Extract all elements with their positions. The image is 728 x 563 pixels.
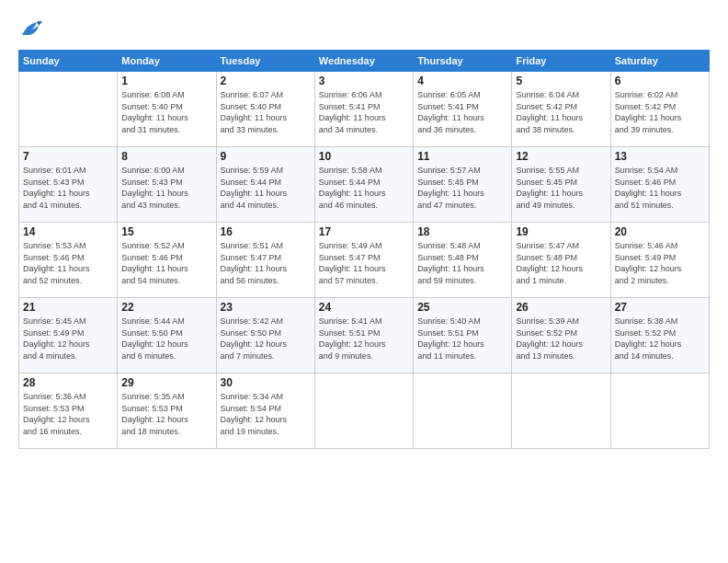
day-info: Sunrise: 5:42 AM Sunset: 5:50 PM Dayligh… (221, 316, 311, 362)
day-info: Sunrise: 5:34 AM Sunset: 5:54 PM Dayligh… (221, 391, 311, 437)
day-info: Sunrise: 5:59 AM Sunset: 5:44 PM Dayligh… (221, 165, 311, 211)
calendar-cell: 30Sunrise: 5:34 AM Sunset: 5:54 PM Dayli… (216, 373, 314, 449)
day-number: 30 (221, 376, 311, 389)
day-info: Sunrise: 5:54 AM Sunset: 5:46 PM Dayligh… (615, 165, 705, 211)
calendar-cell: 13Sunrise: 5:54 AM Sunset: 5:46 PM Dayli… (610, 147, 709, 223)
calendar-cell: 7Sunrise: 6:01 AM Sunset: 5:43 PM Daylig… (19, 147, 118, 223)
calendar-week-4: 21Sunrise: 5:45 AM Sunset: 5:49 PM Dayli… (19, 298, 710, 373)
calendar-cell: 2Sunrise: 6:07 AM Sunset: 5:40 PM Daylig… (216, 72, 314, 147)
calendar-cell (19, 72, 118, 147)
calendar-cell: 3Sunrise: 6:06 AM Sunset: 5:41 PM Daylig… (314, 72, 413, 147)
day-info: Sunrise: 5:53 AM Sunset: 5:46 PM Dayligh… (23, 240, 113, 286)
day-number: 11 (417, 150, 507, 163)
calendar-cell: 21Sunrise: 5:45 AM Sunset: 5:49 PM Dayli… (19, 298, 118, 373)
day-info: Sunrise: 5:38 AM Sunset: 5:52 PM Dayligh… (615, 316, 705, 362)
day-info: Sunrise: 6:04 AM Sunset: 5:42 PM Dayligh… (516, 89, 606, 135)
calendar-cell: 1Sunrise: 6:08 AM Sunset: 5:40 PM Daylig… (118, 72, 216, 147)
day-number: 12 (516, 150, 606, 163)
day-number: 5 (516, 75, 606, 87)
day-info: Sunrise: 5:41 AM Sunset: 5:51 PM Dayligh… (319, 316, 409, 362)
day-info: Sunrise: 6:05 AM Sunset: 5:41 PM Dayligh… (417, 89, 507, 135)
calendar-week-2: 7Sunrise: 6:01 AM Sunset: 5:43 PM Daylig… (19, 147, 710, 223)
day-number: 7 (23, 150, 113, 163)
calendar-cell: 5Sunrise: 6:04 AM Sunset: 5:42 PM Daylig… (512, 72, 610, 147)
calendar-cell: 11Sunrise: 5:57 AM Sunset: 5:45 PM Dayli… (414, 147, 512, 223)
day-number: 9 (221, 150, 311, 163)
day-number: 28 (23, 376, 113, 389)
calendar-cell: 26Sunrise: 5:39 AM Sunset: 5:52 PM Dayli… (512, 298, 610, 373)
day-number: 25 (417, 301, 507, 314)
calendar-cell: 24Sunrise: 5:41 AM Sunset: 5:51 PM Dayli… (314, 298, 413, 373)
calendar-cell: 17Sunrise: 5:49 AM Sunset: 5:47 PM Dayli… (314, 223, 413, 298)
day-info: Sunrise: 6:02 AM Sunset: 5:42 PM Dayligh… (615, 89, 705, 135)
calendar-cell: 6Sunrise: 6:02 AM Sunset: 5:42 PM Daylig… (610, 72, 709, 147)
header (18, 17, 710, 42)
day-info: Sunrise: 6:00 AM Sunset: 5:43 PM Dayligh… (121, 165, 211, 211)
calendar-cell (414, 373, 512, 449)
day-number: 4 (417, 75, 507, 87)
day-number: 2 (221, 75, 311, 87)
day-info: Sunrise: 5:55 AM Sunset: 5:45 PM Dayligh… (516, 165, 606, 211)
day-number: 15 (121, 225, 211, 238)
day-number: 6 (615, 75, 705, 87)
weekday-header-tuesday: Tuesday (216, 51, 314, 72)
day-number: 27 (615, 301, 705, 314)
day-info: Sunrise: 5:46 AM Sunset: 5:49 PM Dayligh… (615, 240, 705, 286)
calendar-cell: 28Sunrise: 5:36 AM Sunset: 5:53 PM Dayli… (19, 373, 118, 449)
day-info: Sunrise: 5:40 AM Sunset: 5:51 PM Dayligh… (417, 316, 507, 362)
calendar-cell: 10Sunrise: 5:58 AM Sunset: 5:44 PM Dayli… (314, 147, 413, 223)
day-number: 18 (417, 225, 507, 238)
day-info: Sunrise: 6:06 AM Sunset: 5:41 PM Dayligh… (319, 89, 409, 135)
day-number: 29 (121, 376, 211, 389)
calendar-cell: 4Sunrise: 6:05 AM Sunset: 5:41 PM Daylig… (414, 72, 512, 147)
day-number: 21 (23, 301, 113, 314)
calendar-cell: 18Sunrise: 5:48 AM Sunset: 5:48 PM Dayli… (414, 223, 512, 298)
day-info: Sunrise: 6:08 AM Sunset: 5:40 PM Dayligh… (121, 89, 211, 135)
day-number: 8 (121, 150, 211, 163)
day-info: Sunrise: 6:01 AM Sunset: 5:43 PM Dayligh… (23, 165, 113, 211)
day-number: 14 (23, 225, 113, 238)
page: SundayMondayTuesdayWednesdayThursdayFrid… (0, 0, 728, 563)
calendar-cell: 25Sunrise: 5:40 AM Sunset: 5:51 PM Dayli… (414, 298, 512, 373)
calendar-cell: 20Sunrise: 5:46 AM Sunset: 5:49 PM Dayli… (610, 223, 709, 298)
calendar-cell: 16Sunrise: 5:51 AM Sunset: 5:47 PM Dayli… (216, 223, 314, 298)
day-info: Sunrise: 5:47 AM Sunset: 5:48 PM Dayligh… (516, 240, 606, 286)
calendar-week-3: 14Sunrise: 5:53 AM Sunset: 5:46 PM Dayli… (19, 223, 710, 298)
calendar: SundayMondayTuesdayWednesdayThursdayFrid… (18, 50, 710, 449)
day-number: 19 (516, 225, 606, 238)
calendar-week-5: 28Sunrise: 5:36 AM Sunset: 5:53 PM Dayli… (19, 373, 710, 449)
day-info: Sunrise: 5:45 AM Sunset: 5:49 PM Dayligh… (23, 316, 113, 362)
day-info: Sunrise: 5:57 AM Sunset: 5:45 PM Dayligh… (417, 165, 507, 211)
calendar-cell: 9Sunrise: 5:59 AM Sunset: 5:44 PM Daylig… (216, 147, 314, 223)
day-info: Sunrise: 6:07 AM Sunset: 5:40 PM Dayligh… (221, 89, 311, 135)
calendar-cell: 29Sunrise: 5:35 AM Sunset: 5:53 PM Dayli… (118, 373, 216, 449)
weekday-header-sunday: Sunday (19, 51, 118, 72)
calendar-cell (610, 373, 709, 449)
day-number: 24 (319, 301, 409, 314)
calendar-cell: 15Sunrise: 5:52 AM Sunset: 5:46 PM Dayli… (118, 223, 216, 298)
weekday-header-friday: Friday (512, 51, 610, 72)
day-info: Sunrise: 5:52 AM Sunset: 5:46 PM Dayligh… (121, 240, 211, 286)
calendar-cell (314, 373, 413, 449)
day-number: 10 (319, 150, 409, 163)
logo (18, 17, 48, 42)
day-info: Sunrise: 5:35 AM Sunset: 5:53 PM Dayligh… (121, 391, 211, 437)
calendar-cell: 23Sunrise: 5:42 AM Sunset: 5:50 PM Dayli… (216, 298, 314, 373)
day-number: 3 (319, 75, 409, 87)
day-number: 17 (319, 225, 409, 238)
weekday-header-saturday: Saturday (610, 51, 709, 72)
calendar-cell: 27Sunrise: 5:38 AM Sunset: 5:52 PM Dayli… (610, 298, 709, 373)
calendar-cell: 14Sunrise: 5:53 AM Sunset: 5:46 PM Dayli… (19, 223, 118, 298)
day-number: 20 (615, 225, 705, 238)
calendar-header-row: SundayMondayTuesdayWednesdayThursdayFrid… (19, 51, 710, 72)
calendar-cell (512, 373, 610, 449)
calendar-cell: 22Sunrise: 5:44 AM Sunset: 5:50 PM Dayli… (118, 298, 216, 373)
logo-icon (18, 17, 44, 42)
day-info: Sunrise: 5:44 AM Sunset: 5:50 PM Dayligh… (121, 316, 211, 362)
day-number: 13 (615, 150, 705, 163)
day-info: Sunrise: 5:49 AM Sunset: 5:47 PM Dayligh… (319, 240, 409, 286)
calendar-cell: 19Sunrise: 5:47 AM Sunset: 5:48 PM Dayli… (512, 223, 610, 298)
weekday-header-thursday: Thursday (414, 51, 512, 72)
weekday-header-monday: Monday (118, 51, 216, 72)
day-number: 22 (121, 301, 211, 314)
